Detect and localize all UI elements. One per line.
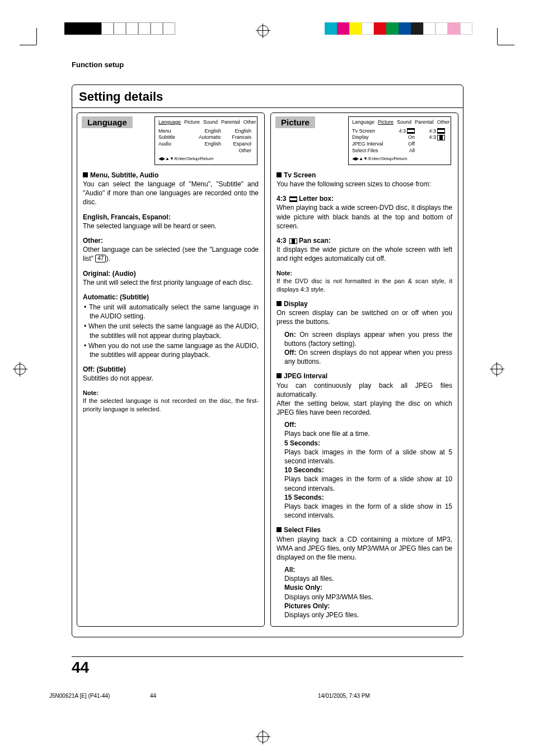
panscan-label: 4:3 Pan scan: — [277, 236, 452, 245]
osd-cell: On — [387, 134, 417, 141]
panscan-icon — [437, 135, 445, 140]
body-text: You can continuously play back all JPEG … — [277, 381, 452, 399]
page-reference: 47 — [95, 255, 106, 262]
list-item: The unit will automatically select the s… — [90, 303, 259, 321]
osd-cell: 4:3 — [417, 134, 447, 141]
osd-cell: Off — [387, 141, 417, 148]
sf-music-label: Music Only: — [284, 584, 322, 591]
body-text: When playing back a wide screen-DVD disc… — [277, 203, 452, 231]
body-text: You have the following screen sizes to c… — [277, 180, 452, 189]
osd-tab-language: Language — [158, 119, 181, 126]
footer-page: 44 — [150, 693, 318, 699]
jpeg-interval-title: JPEG Interval — [277, 372, 452, 381]
osd-cell: Automatic — [193, 134, 223, 141]
section-header: Function setup — [72, 60, 463, 69]
body-text: Displays only MP3/WMA files. — [284, 593, 452, 602]
registration-mark-right — [491, 364, 503, 375]
note-body: If the DVD disc is not formatted in the … — [277, 277, 452, 294]
registration-mark-bottom — [257, 731, 269, 743]
body-text: Displays only JPEG files. — [284, 611, 452, 619]
osd-footer: ◀▶▲▼/Enter/Setup/Return — [352, 156, 447, 162]
color-bars — [325, 22, 472, 35]
print-marks-left — [64, 22, 175, 35]
tv-screen-title: Tv Screen — [277, 171, 452, 180]
body-text: You can select the language of "Menu", "… — [83, 180, 259, 207]
body-text: It displays the wide picture on the whol… — [277, 245, 452, 263]
main-panel: Setting details Language Language Pictur… — [72, 84, 463, 637]
sf-pictures-label: Pictures Only: — [284, 602, 330, 610]
language-osd: Language Picture Sound Parental Other Me… — [154, 116, 257, 165]
language-panel: Language Language Picture Sound Parental… — [77, 112, 265, 627]
footer-doc: J5N00621A [E] (P41-44) — [49, 693, 150, 699]
list-item: When the unit selects the same language … — [90, 322, 259, 340]
other-label: Other: — [83, 236, 259, 245]
osd-tab-other: Other — [243, 119, 256, 126]
osd-cell: Select Files — [352, 148, 387, 154]
letterbox-icon — [289, 196, 297, 202]
jpeg-10-label: 10 Seconds: — [284, 466, 324, 474]
list-item: On: On screen displays appear when you p… — [284, 330, 452, 348]
osd-cell: Subtitle — [158, 134, 193, 141]
osd-tab-parental: Parental — [415, 119, 434, 126]
panscan-icon — [289, 238, 297, 244]
print-footer: J5N00621A [E] (P41-44) 44 14/01/2005, 7:… — [49, 693, 486, 699]
osd-tab-sound: Sound — [203, 119, 218, 126]
body-text: Plays back one file at a time. — [284, 429, 452, 438]
jpeg-5-label: 5 Seconds: — [284, 439, 320, 447]
osd-cell: English — [193, 128, 223, 135]
panel-title: Setting details — [72, 85, 463, 108]
body-text: Plays back images in the form of a slide… — [284, 475, 452, 492]
osd-cell: 4:3 — [417, 128, 447, 135]
picture-osd: Language Picture Sound Parental Other Tv… — [348, 116, 451, 165]
body-text: The unit will select the first priority … — [83, 278, 259, 287]
list-item: When you do not use the same language as… — [90, 341, 259, 359]
picture-heading: Picture — [275, 116, 315, 128]
letterbox-icon — [437, 128, 445, 134]
picture-panel: Picture Language Picture Sound Parental … — [270, 112, 458, 627]
osd-tab-parental: Parental — [221, 119, 240, 126]
osd-tab-other: Other — [437, 119, 450, 126]
osd-cell: English — [193, 141, 223, 148]
note-body: If the selected language is not recorded… — [83, 397, 259, 414]
osd-cell — [417, 148, 447, 154]
jpeg-off-label: Off: — [284, 421, 296, 429]
note-label: Note: — [83, 389, 259, 397]
osd-cell: Tv Screen — [352, 128, 387, 135]
body-text: Plays back images in the form of a slide… — [284, 448, 452, 466]
osd-tab-picture: Picture — [184, 119, 200, 126]
osd-cell: English — [223, 128, 254, 135]
registration-mark-top — [257, 25, 269, 36]
osd-cell: All — [387, 148, 417, 154]
body-text: When playing back a CD containing a mixt… — [277, 535, 452, 562]
osd-cell: Display — [352, 134, 387, 141]
osd-cell: JPEG Interval — [352, 141, 387, 148]
letterbox-label: 4:3 Letter box: — [277, 194, 452, 203]
off-subtitle-label: Off: (Subtitle) — [83, 365, 259, 374]
osd-tab-picture: Picture — [378, 119, 394, 126]
osd-footer: ◀▶▲▼/Enter/Setup/Return — [158, 156, 254, 162]
sf-all-label: All: — [284, 566, 295, 574]
language-heading: Language — [82, 116, 133, 128]
body-text: Plays back images in the form of a slide… — [284, 502, 452, 520]
body-text: On screen display can be switched on or … — [277, 308, 452, 326]
jpeg-15-label: 15 Seconds: — [284, 494, 324, 501]
osd-cell — [417, 141, 447, 148]
page-number: 44 — [72, 659, 89, 677]
osd-tab-language: Language — [352, 119, 374, 126]
osd-cell: 4:3 — [387, 128, 417, 135]
osd-cell: Other — [223, 148, 254, 154]
list-item: Off: On screen displays do not appear wh… — [284, 348, 452, 366]
efe-label: English, Francais, Espanol: — [83, 213, 259, 222]
body-text: After the setting below, start playing t… — [277, 399, 452, 417]
select-files-title: Select Files — [277, 525, 452, 534]
body-text: Other language can be selected (see the … — [83, 245, 259, 263]
osd-cell: Menu — [158, 128, 193, 135]
registration-mark-left — [15, 364, 26, 375]
osd-cell: Espanol — [223, 141, 254, 148]
osd-cell: Francais — [223, 134, 254, 141]
osd-cell — [193, 148, 223, 154]
footer-rule — [72, 656, 463, 657]
body-text: Subtitles do not appear. — [83, 374, 259, 383]
osd-tab-sound: Sound — [397, 119, 411, 126]
osd-cell — [158, 148, 193, 154]
